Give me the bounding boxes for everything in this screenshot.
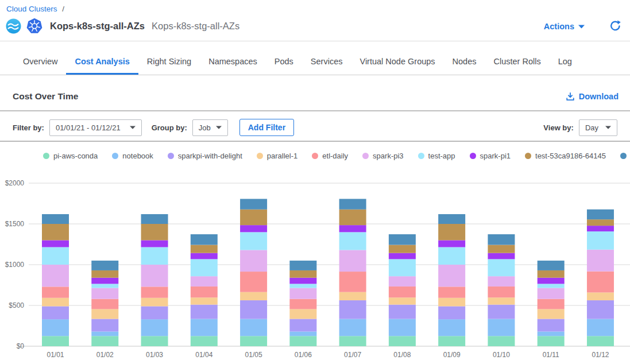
bar-segment-sparkpi-with-delight[interactable] — [191, 305, 218, 319]
bar-segment-etl-daily[interactable] — [91, 299, 118, 309]
bar-segment-test-app[interactable] — [191, 259, 218, 276]
bar-segment-notebook[interactable] — [438, 319, 465, 336]
tab-pods[interactable]: Pods — [266, 50, 302, 75]
bar-segment-test-app[interactable] — [339, 232, 366, 250]
bar-segment-test-pkix[interactable] — [587, 210, 614, 219]
bar-segment-test-53ca9186-64145[interactable] — [538, 270, 565, 278]
add-filter-button[interactable]: Add Filter — [239, 119, 294, 136]
bar-segment-test-pkix[interactable] — [91, 261, 118, 270]
bar-segment-spark-pi1[interactable] — [538, 278, 565, 284]
bar-segment-etl-daily[interactable] — [42, 286, 69, 297]
bar-segment-test-53ca9186-64145[interactable] — [438, 224, 465, 240]
tab-virtual-node-groups[interactable]: Virtual Node Groups — [351, 50, 443, 75]
bar-segment-pi-aws-conda[interactable] — [587, 336, 614, 346]
bar-segment-spark-pi1[interactable] — [42, 240, 69, 247]
bar-segment-etl-daily[interactable] — [438, 286, 465, 297]
bar-segment-parallel-1[interactable] — [42, 298, 69, 307]
tab-namespaces[interactable]: Namespaces — [200, 50, 266, 75]
bar-segment-test-53ca9186-64145[interactable] — [339, 210, 366, 225]
bar-segment-parallel-1[interactable] — [389, 297, 416, 304]
bar-segment-pi-aws-conda[interactable] — [141, 336, 168, 346]
bar-segment-parallel-1[interactable] — [488, 297, 515, 304]
bar-segment-notebook[interactable] — [141, 319, 168, 336]
bar-segment-test-53ca9186-64145[interactable] — [42, 224, 69, 240]
bar-segment-test-53ca9186-64145[interactable] — [587, 219, 614, 226]
bar-segment-test-pkix[interactable] — [42, 214, 69, 224]
bar-segment-test-app[interactable] — [438, 247, 465, 265]
tab-right-sizing[interactable]: Right Sizing — [138, 50, 200, 75]
bar-segment-etl-daily[interactable] — [141, 286, 168, 297]
bar-segment-test-pkix[interactable] — [141, 214, 168, 224]
date-range-select[interactable]: 01/01/21 - 01/12/21 — [49, 119, 142, 136]
view-by-select[interactable]: Day — [579, 119, 617, 136]
bar-segment-test-app[interactable] — [91, 284, 118, 288]
bar-segment-spark-pi1[interactable] — [91, 278, 118, 284]
bar-segment-spark-pi1[interactable] — [339, 225, 366, 232]
bar-segment-spark-pi1[interactable] — [289, 278, 316, 284]
bar-segment-spark-pi3[interactable] — [289, 288, 316, 299]
bar-segment-spark-pi1[interactable] — [438, 240, 465, 247]
tab-cluster-rolls[interactable]: Cluster Rolls — [485, 50, 550, 75]
bar-segment-pi-aws-conda[interactable] — [488, 336, 515, 346]
legend-item-test-pkix[interactable]: test-pkix — [620, 152, 630, 160]
bar-segment-test-app[interactable] — [42, 247, 69, 265]
bar-segment-test-app[interactable] — [141, 247, 168, 265]
bar-segment-test-pkix[interactable] — [191, 234, 218, 245]
group-by-select[interactable]: Job — [192, 119, 228, 136]
bar-segment-test-app[interactable] — [240, 232, 267, 250]
bar-segment-sparkpi-with-delight[interactable] — [438, 306, 465, 319]
bar-segment-notebook[interactable] — [389, 319, 416, 336]
bar-segment-sparkpi-with-delight[interactable] — [538, 319, 565, 331]
bar-segment-spark-pi3[interactable] — [538, 288, 565, 299]
bar-segment-spark-pi3[interactable] — [389, 276, 416, 286]
legend-item-sparkpi-with-delight[interactable]: sparkpi-with-delight — [168, 152, 242, 160]
bar-segment-parallel-1[interactable] — [240, 292, 267, 300]
bar-segment-spark-pi1[interactable] — [240, 225, 267, 232]
bar-segment-test-53ca9186-64145[interactable] — [289, 270, 316, 278]
bar-segment-test-pkix[interactable] — [538, 261, 565, 270]
bar-segment-sparkpi-with-delight[interactable] — [91, 319, 118, 331]
bar-segment-spark-pi1[interactable] — [488, 253, 515, 260]
breadcrumb-link[interactable]: Cloud Clusters — [6, 5, 57, 13]
bar-segment-sparkpi-with-delight[interactable] — [339, 300, 366, 319]
bar-segment-pi-aws-conda[interactable] — [191, 336, 218, 346]
bar-segment-spark-pi3[interactable] — [91, 288, 118, 299]
bar-segment-test-app[interactable] — [587, 231, 614, 250]
bar-segment-test-app[interactable] — [389, 259, 416, 276]
legend-item-test-53ca9186-64145[interactable]: test-53ca9186-64145 — [525, 152, 606, 160]
bar-segment-pi-aws-conda[interactable] — [438, 336, 465, 346]
bar-segment-notebook[interactable] — [289, 331, 316, 336]
bar-segment-test-pkix[interactable] — [240, 199, 267, 209]
bar-segment-spark-pi1[interactable] — [191, 253, 218, 260]
bar-segment-notebook[interactable] — [191, 319, 218, 336]
bar-segment-pi-aws-conda[interactable] — [389, 336, 416, 346]
bar-segment-sparkpi-with-delight[interactable] — [42, 306, 69, 319]
bar-segment-parallel-1[interactable] — [587, 292, 614, 300]
bar-segment-sparkpi-with-delight[interactable] — [240, 300, 267, 319]
bar-segment-sparkpi-with-delight[interactable] — [141, 306, 168, 319]
bar-segment-notebook[interactable] — [538, 331, 565, 336]
bar-segment-sparkpi-with-delight[interactable] — [488, 305, 515, 319]
download-button[interactable]: Download — [566, 92, 619, 101]
bar-segment-test-53ca9186-64145[interactable] — [389, 245, 416, 253]
bar-segment-etl-daily[interactable] — [240, 272, 267, 292]
bar-segment-pi-aws-conda[interactable] — [91, 336, 118, 346]
bar-segment-pi-aws-conda[interactable] — [42, 336, 69, 346]
bar-segment-notebook[interactable] — [240, 319, 267, 336]
bar-segment-notebook[interactable] — [339, 319, 366, 336]
bar-segment-sparkpi-with-delight[interactable] — [289, 319, 316, 331]
actions-button[interactable]: Actions — [544, 22, 585, 31]
bar-segment-etl-daily[interactable] — [339, 272, 366, 292]
bar-segment-pi-aws-conda[interactable] — [240, 336, 267, 346]
bar-segment-notebook[interactable] — [91, 331, 118, 336]
legend-item-spark-pi3[interactable]: spark-pi3 — [362, 152, 403, 160]
tab-overview[interactable]: Overview — [14, 50, 66, 75]
bar-segment-test-53ca9186-64145[interactable] — [91, 270, 118, 278]
bar-segment-test-53ca9186-64145[interactable] — [141, 224, 168, 240]
bar-segment-etl-daily[interactable] — [289, 299, 316, 309]
bar-segment-etl-daily[interactable] — [488, 286, 515, 297]
bar-segment-test-pkix[interactable] — [339, 199, 366, 209]
legend-item-parallel-1[interactable]: parallel-1 — [257, 152, 297, 160]
refresh-button[interactable] — [609, 20, 621, 33]
bar-segment-test-53ca9186-64145[interactable] — [488, 245, 515, 253]
